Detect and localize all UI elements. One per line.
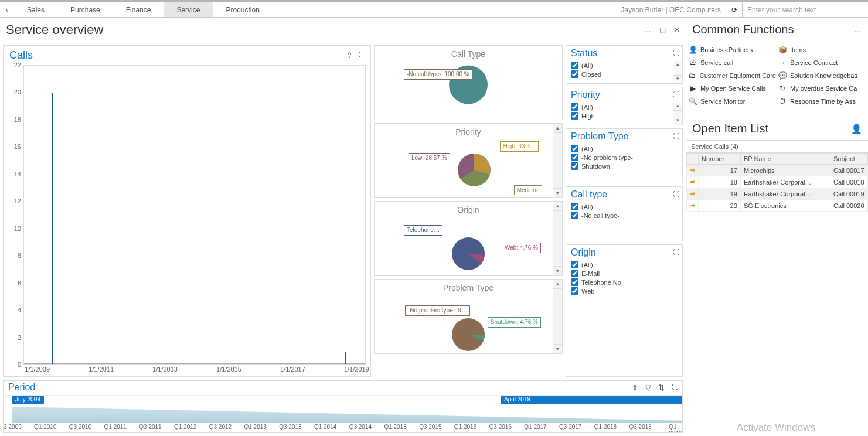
filter-icon[interactable]: ▽	[645, 383, 651, 392]
fullscreen-icon[interactable]: ⛶	[359, 51, 365, 60]
filter-item[interactable]: (All)	[571, 260, 672, 269]
filter-item[interactable]: (All)	[571, 61, 672, 70]
row-nav-icon[interactable]: ➡	[690, 178, 695, 185]
cell-number: 18	[699, 176, 741, 188]
filter-checkbox[interactable]	[571, 62, 578, 69]
filter-title: Problem Type	[566, 129, 682, 143]
filter-checkbox[interactable]	[571, 162, 578, 170]
common-item[interactable]: ↻My overdue Service Ca	[778, 84, 866, 93]
expand-icon[interactable]: ⛶	[673, 132, 679, 139]
col-bpname[interactable]: BP Name	[741, 154, 830, 165]
scroll-bar[interactable]: ▴▾	[673, 61, 682, 83]
fullscreen-icon[interactable]: ⛶	[672, 383, 678, 392]
expand-icon[interactable]: ⛶	[673, 248, 679, 256]
scroll-down-icon[interactable]: ▾	[553, 188, 562, 197]
tab-finance[interactable]: Finance	[113, 2, 164, 17]
scroll-up-icon[interactable]: ▴	[553, 280, 562, 289]
row-nav-icon[interactable]: ➡	[690, 190, 695, 197]
table-row[interactable]: ➡18Earthshaker Corporati…Call 00018	[687, 176, 868, 188]
calls-chart: 0246810121416182022 1/1/20091/1/20111/1/…	[4, 65, 370, 376]
row-nav-icon[interactable]: ➡	[690, 202, 695, 209]
expand-icon[interactable]: ⛶	[673, 49, 679, 56]
filter-checkbox[interactable]	[571, 212, 578, 219]
expand-icon[interactable]: ⛶	[673, 91, 679, 98]
filter-item[interactable]: (All)	[571, 202, 672, 211]
common-item[interactable]: ▶My Open Service Calls	[689, 84, 776, 93]
scroll-bar[interactable]: ▴▾	[553, 202, 562, 275]
scroll-up-icon[interactable]: ▴	[553, 202, 562, 211]
close-icon[interactable]: ✕	[674, 26, 680, 34]
scroll-bar[interactable]: ▴▾	[553, 124, 562, 197]
common-item[interactable]: 🔍Service Monitor	[689, 97, 776, 105]
filter-item[interactable]: Telephone No.	[571, 278, 672, 287]
user-icon[interactable]: 👤	[851, 124, 862, 134]
filter-item[interactable]: -No call type-	[571, 211, 672, 220]
common-item-icon: ↻	[778, 84, 787, 93]
filter-checkbox[interactable]	[571, 278, 578, 286]
common-item[interactable]: 🗂Customer Equipment Card	[689, 71, 776, 80]
filter-checkbox[interactable]	[571, 261, 578, 268]
maximize-icon[interactable]: ▢	[659, 26, 666, 34]
filter-item[interactable]: Web	[571, 287, 672, 295]
common-item[interactable]: 👤Business Partners	[689, 46, 776, 54]
filter-item[interactable]: High	[571, 111, 672, 120]
more-icon[interactable]: …	[854, 26, 862, 34]
filter-label: (All)	[581, 62, 593, 69]
period-handle-from[interactable]: July 2009	[12, 396, 44, 404]
common-item[interactable]: ⏱Response Time by Ass	[778, 97, 866, 105]
scroll-down-icon[interactable]: ▾	[553, 266, 562, 275]
col-subject[interactable]: Subject	[830, 154, 868, 165]
filter-item[interactable]: -No problem type-	[571, 153, 672, 162]
export-icon[interactable]: ⇪	[346, 51, 353, 60]
filter-label: Telephone No.	[581, 279, 623, 286]
search-box[interactable]	[742, 2, 868, 17]
more-icon[interactable]: …	[644, 26, 651, 34]
tab-sales[interactable]: Sales	[14, 2, 57, 17]
scroll-bar[interactable]: ▴▾	[553, 280, 562, 353]
scroll-down-icon[interactable]: ▾	[673, 75, 682, 83]
period-handle-to[interactable]: April 2019	[501, 396, 682, 404]
refresh-icon[interactable]: ⟳	[727, 2, 742, 17]
filter-checkbox[interactable]	[571, 70, 578, 78]
search-input[interactable]	[743, 2, 868, 17]
filter-item[interactable]: Shutdown	[571, 162, 672, 171]
filter-checkbox[interactable]	[571, 203, 578, 210]
scroll-down-icon[interactable]: ▾	[553, 344, 562, 353]
filter-item[interactable]: (All)	[571, 144, 672, 153]
row-nav-icon[interactable]: ➡	[690, 166, 695, 173]
expand-icon[interactable]: ⛶	[673, 190, 679, 197]
common-item[interactable]: 🛎Service call	[689, 59, 776, 67]
filter-checkbox[interactable]	[571, 154, 578, 161]
filter-item[interactable]: Closed	[571, 70, 672, 79]
sort-icon[interactable]: ⇅	[658, 383, 665, 392]
table-row[interactable]: ➡20SG ElectronicsCall 00020	[687, 200, 868, 212]
table-row[interactable]: ➡19Earthshaker Corporati…Call 00019	[687, 188, 868, 200]
tab-service[interactable]: Service	[164, 2, 213, 17]
filter-checkbox[interactable]	[571, 270, 578, 277]
filter-item[interactable]: (All)	[571, 103, 672, 111]
filter-checkbox[interactable]	[571, 103, 578, 111]
scroll-down-icon[interactable]: ▾	[673, 117, 682, 125]
x-tick: 1/1/2019	[344, 366, 369, 373]
nav-left-icon[interactable]: ‹	[0, 2, 14, 17]
scroll-up-icon[interactable]: ▴	[673, 103, 682, 111]
common-item-icon: 🛎	[689, 59, 697, 67]
col-number[interactable]: Number	[699, 154, 741, 165]
filter-item[interactable]: E-Mail	[571, 269, 672, 278]
tab-production[interactable]: Production	[213, 2, 272, 17]
common-item[interactable]: ↔Service Contract	[778, 59, 866, 67]
common-item[interactable]: 💬Solution Knowledgebas	[778, 71, 866, 80]
filter-label: Closed	[581, 71, 601, 78]
scroll-up-icon[interactable]: ▴	[553, 124, 562, 133]
filter-checkbox[interactable]	[571, 112, 578, 120]
tab-purchase[interactable]: Purchase	[57, 2, 113, 17]
filter-checkbox[interactable]	[571, 287, 578, 295]
common-item[interactable]: 📦Items	[778, 46, 866, 54]
export-icon[interactable]: ⇪	[632, 383, 638, 392]
open-items-header: Open Item List 👤	[686, 117, 868, 141]
scroll-bar[interactable]: ▴▾	[673, 103, 682, 125]
scroll-up-icon[interactable]: ▴	[673, 61, 682, 69]
filter-checkbox[interactable]	[571, 145, 578, 152]
table-row[interactable]: ➡17MicrochipsCall 00017	[687, 165, 868, 176]
period-range[interactable]: July 2009 April 2019 Q3 2009Q1 2010Q3 20…	[4, 395, 682, 432]
